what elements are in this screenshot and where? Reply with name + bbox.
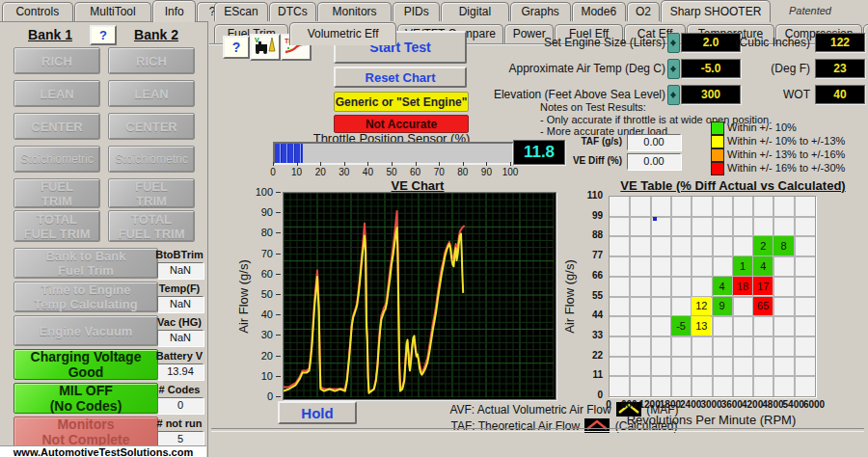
ve-table-ytick-66: 66 xyxy=(578,270,603,281)
ve-table-title: VE Table (% Diff Actual vs Calculated) xyxy=(598,178,868,193)
bank1-button-stoichiometric[interactable]: Stoichiometric xyxy=(14,146,100,173)
ve-table-xtick-4800: 4800 xyxy=(762,399,783,410)
ve-table-vline xyxy=(773,197,774,396)
status-field-label-3: Battery V xyxy=(154,350,204,362)
ve-chart-ytickmark-90 xyxy=(276,212,281,213)
ve-table-ytick-110: 110 xyxy=(578,190,603,201)
bank1-button-lean[interactable]: LEAN xyxy=(14,80,100,107)
status-button-3[interactable]: Charging Voltage Good xyxy=(14,349,158,380)
status-button-4[interactable]: MIL OFF (No Codes) xyxy=(14,383,158,414)
tps-tick-label-20: 20 xyxy=(315,167,326,177)
tps-tick-mark-100 xyxy=(510,162,511,166)
ve-table-cell-3000-44[interactable]: 9 xyxy=(713,297,732,316)
bank1-button-center[interactable]: CENTER xyxy=(14,113,100,140)
ve-table-xtick-4200: 4200 xyxy=(742,399,763,410)
bank1-button-total-fuel-trim[interactable]: TOTAL FUEL TRIM xyxy=(14,210,100,242)
ve-chart-ytickmark-70 xyxy=(276,254,281,255)
status-field-label-5: # not run xyxy=(154,417,204,429)
setting-label-0: Set Engine Size (Liters) xyxy=(477,36,665,49)
ve-table-cell-3600-66[interactable]: 1 xyxy=(733,256,752,276)
tps-tick-mark-50 xyxy=(392,162,393,166)
tps-tick-mark-40 xyxy=(367,162,368,166)
ve-table-cell-2400-44[interactable]: 12 xyxy=(692,297,711,316)
ve-table-cell-1800-33[interactable]: -5 xyxy=(671,316,691,336)
bank2-button-center[interactable]: CENTER xyxy=(108,113,195,140)
tps-tick-label-10: 10 xyxy=(291,167,302,177)
ve-table-plot: 28144181712965-513 xyxy=(609,196,816,397)
status-field-value-4: 0 xyxy=(157,397,203,414)
ve-table-ytick-88: 88 xyxy=(578,229,603,240)
ve-table-hline xyxy=(610,375,815,377)
ve-table-cell-3000-55[interactable]: 4 xyxy=(713,277,732,296)
ve-table-ytick-33: 33 xyxy=(578,330,603,340)
bank2-button-fuel-trim[interactable]: FUEL TRIM xyxy=(108,178,195,208)
app-window: ControlsMultiToolInfo?EScanDTCsMonitorsP… xyxy=(0,0,868,457)
bank2-button-rich[interactable]: RICH xyxy=(108,47,195,74)
ve-table-xtick-5400: 5400 xyxy=(783,399,804,410)
bank1-header: Bank 1 xyxy=(14,27,87,42)
status-button-5[interactable]: Monitors Not Complete xyxy=(14,417,158,447)
tps-tick-mark-90 xyxy=(486,162,487,166)
bank1-button-fuel-trim[interactable]: FUEL TRIM xyxy=(14,178,100,208)
bank-help-button[interactable]: ? xyxy=(90,25,117,45)
ve-chart-ytick-50: 50 xyxy=(250,288,273,300)
ve-chart-ytick-70: 70 xyxy=(250,248,273,259)
setting-spinner-1[interactable] xyxy=(667,59,680,79)
tps-tick-label-50: 50 xyxy=(386,167,396,177)
setting-value2-0: 122 xyxy=(815,33,865,52)
ve-chart-ytickmark-20 xyxy=(276,356,281,357)
tps-bar xyxy=(273,142,514,165)
bank1-button-rich[interactable]: RICH xyxy=(14,47,100,74)
bottom-groove xyxy=(211,428,864,432)
setting-spinner-0[interactable] xyxy=(667,33,680,53)
ve-table-cell-4800-77[interactable]: 8 xyxy=(773,236,793,255)
hold-button[interactable]: Hold xyxy=(278,401,357,424)
tab-info[interactable]: Info xyxy=(152,0,196,22)
ve-table-cell-4200-77[interactable]: 2 xyxy=(753,236,773,255)
tps-tick-label-60: 60 xyxy=(410,167,420,177)
ve-table-xtick-3000: 3000 xyxy=(700,399,721,410)
subtab-volumetric-eff[interactable]: Volumetric Eff xyxy=(289,22,395,45)
status-button-2[interactable]: Engine Vacuum xyxy=(14,315,158,346)
ve-chart-plot xyxy=(283,192,556,400)
legend-label-3: Within +/- 16% to +/-30% xyxy=(727,162,845,174)
bank2-button-lean[interactable]: LEAN xyxy=(108,80,195,107)
status-field-label-0: BtoBTrim xyxy=(154,249,204,260)
ve-table-cell-4200-55[interactable]: 17 xyxy=(753,277,773,296)
ve-chart-ytick-80: 80 xyxy=(250,227,273,238)
tps-tick-mark-0 xyxy=(273,162,274,166)
ve-chart-title: VE Chart xyxy=(283,178,553,193)
tps-bar-fill xyxy=(275,144,303,163)
help-icon-button[interactable]: ? xyxy=(223,36,250,59)
ve-table-hline xyxy=(610,315,815,317)
setting-spinner-2[interactable] xyxy=(667,85,680,105)
ve-table-xtick-3600: 3600 xyxy=(721,399,743,410)
ve-chart-ytick-100: 100 xyxy=(250,186,273,198)
bank2-button-stoichiometric[interactable]: Stoichiometric xyxy=(108,146,195,173)
ve-table-ytick-99: 99 xyxy=(578,210,603,221)
ve-chart-ylabel: Air Flow (g/s) xyxy=(236,244,251,350)
tab-sharp-shooter[interactable]: Sharp SHOOTER xyxy=(661,0,771,22)
ve-table-cell-2400-33[interactable]: 13 xyxy=(692,316,711,336)
readout-label-0: TAF (g/s) xyxy=(555,136,622,147)
ve-table-ytick-77: 77 xyxy=(578,250,603,260)
status-field-label-4: # Codes xyxy=(154,384,204,395)
tps-tick-label-80: 80 xyxy=(457,167,468,177)
status-button-1[interactable]: Time to Engine Temp Calculating xyxy=(14,282,158,312)
ve-chart-ytickmark-50 xyxy=(276,294,281,295)
tab-multitool[interactable]: MultiTool xyxy=(74,2,152,21)
ve-chart-ytickmark-0 xyxy=(276,396,281,397)
ve-report-icon-button[interactable]: V xyxy=(250,34,281,61)
status-button-0[interactable]: Bank to Bank Fuel Trim xyxy=(14,248,158,279)
reset-chart-button[interactable]: Reset Chart xyxy=(334,67,467,88)
chart-legend-prefix-0: AVF: Actual Volumetric Air Flow xyxy=(449,403,614,417)
legend-swatch-1 xyxy=(711,135,724,148)
ve-table-cell-3600-55[interactable]: 18 xyxy=(733,277,752,296)
tps-tick-mark-60 xyxy=(416,162,417,166)
ve-table-cell-4200-66[interactable]: 4 xyxy=(753,256,773,276)
tab-controls[interactable]: Controls xyxy=(2,2,73,21)
bank2-button-total-fuel-trim[interactable]: TOTAL FUEL TRIM xyxy=(108,210,195,242)
setting-label-1: Approximate Air Temp (Deg C) xyxy=(477,62,665,75)
ve-table-ytick-44: 44 xyxy=(578,309,603,320)
ve-table-cell-4200-44[interactable]: 65 xyxy=(753,297,773,316)
